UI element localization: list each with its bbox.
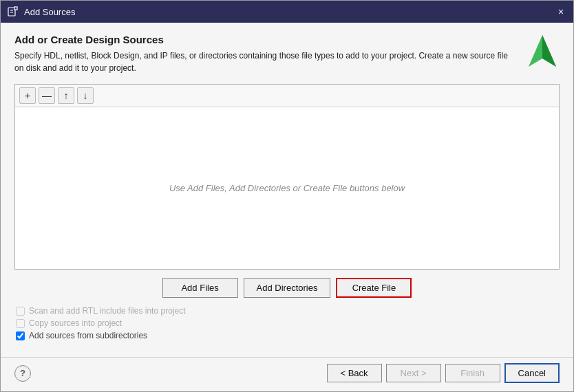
xilinx-logo-area [525, 34, 560, 68]
copy-sources-checkbox-row: Copy sources into project [16, 318, 560, 328]
back-button[interactable]: < Back [327, 364, 382, 382]
move-up-toolbar-button[interactable]: ↑ [58, 87, 74, 104]
title-bar-left: Add Sources [8, 6, 75, 17]
content-area: Add or Create Design Sources Specify HDL… [1, 23, 573, 357]
move-down-toolbar-button[interactable]: ↓ [77, 87, 94, 104]
action-buttons: Add Files Add Directories Create File [14, 278, 560, 298]
svg-rect-2 [14, 7, 17, 10]
copy-sources-checkbox[interactable] [16, 319, 25, 328]
remove-file-toolbar-button[interactable]: — [39, 87, 55, 104]
header-text-block: Add or Create Design Sources Specify HDL… [14, 34, 525, 74]
header-section: Add or Create Design Sources Specify HDL… [14, 34, 560, 74]
svg-marker-6 [542, 35, 556, 67]
close-button[interactable]: × [555, 6, 566, 17]
add-directories-button[interactable]: Add Directories [244, 278, 331, 298]
finish-button[interactable]: Finish [445, 364, 500, 382]
file-panel-toolbar: + — ↑ ↓ [15, 85, 559, 107]
cancel-button[interactable]: Cancel [504, 363, 560, 383]
checkboxes-section: Scan and add RTL include files into proj… [14, 306, 560, 340]
add-subdirs-checkbox[interactable] [16, 331, 25, 340]
help-button[interactable]: ? [14, 365, 31, 382]
scan-rtl-checkbox-row: Scan and add RTL include files into proj… [16, 306, 560, 316]
add-sources-icon [8, 6, 19, 17]
footer-right: < Back Next > Finish Cancel [327, 363, 560, 383]
add-subdirs-checkbox-row: Add sources from subdirectories [16, 331, 560, 340]
header-title: Add or Create Design Sources [14, 34, 525, 45]
dialog-title: Add Sources [24, 7, 75, 17]
file-panel: + — ↑ ↓ Use Add Files, Add Directories o… [14, 84, 560, 270]
add-files-button[interactable]: Add Files [162, 278, 238, 298]
add-file-toolbar-button[interactable]: + [19, 87, 36, 104]
footer-left: ? [14, 365, 31, 382]
scan-rtl-checkbox[interactable] [16, 307, 25, 316]
create-file-button[interactable]: Create File [336, 278, 412, 298]
copy-sources-label: Copy sources into project [29, 318, 122, 328]
next-button[interactable]: Next > [386, 364, 441, 382]
scan-rtl-label: Scan and add RTL include files into proj… [29, 306, 185, 316]
footer: ? < Back Next > Finish Cancel [1, 357, 573, 391]
header-description: Specify HDL, netlist, Block Design, and … [14, 50, 510, 74]
xilinx-logo-icon [527, 34, 557, 68]
file-panel-empty-message: Use Add Files, Add Directories or Create… [15, 107, 559, 269]
add-subdirs-label: Add sources from subdirectories [29, 331, 147, 340]
add-sources-dialog: Add Sources × Add or Create Design Sourc… [0, 0, 574, 392]
title-bar: Add Sources × [1, 1, 573, 23]
